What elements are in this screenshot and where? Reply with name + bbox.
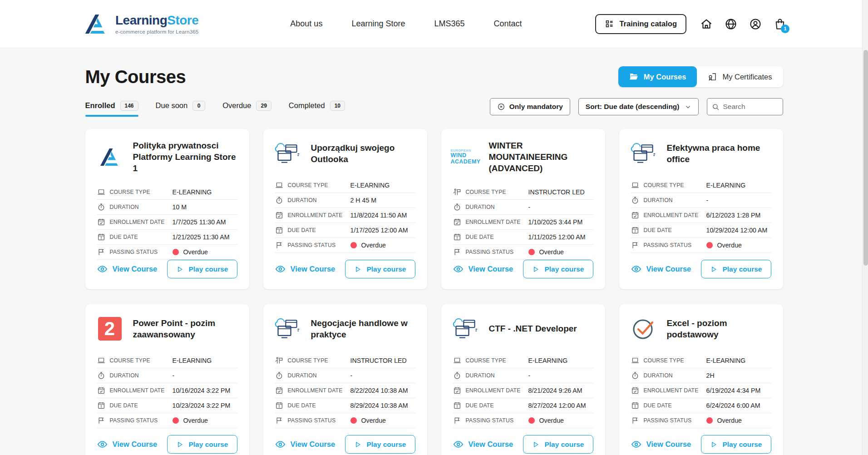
calendar-check-icon	[631, 386, 639, 395]
cloud-monitors	[453, 316, 478, 341]
flag-icon	[453, 416, 461, 425]
nav-item-contact[interactable]: Contact	[494, 19, 522, 29]
catalog-grid-icon	[605, 19, 614, 29]
course-card: CTF - .NET Developer COURSE TYPE E-LEARN…	[441, 304, 605, 455]
flag-icon	[631, 241, 639, 249]
play-course-button[interactable]: Play course	[523, 260, 593, 278]
view-course-link[interactable]: View Course	[631, 264, 691, 274]
passing-status-row: PASSING STATUS Overdue	[453, 413, 593, 428]
play-course-button[interactable]: Play course	[345, 260, 415, 278]
view-course-link[interactable]: View Course	[275, 439, 335, 450]
laptop-icon	[453, 356, 461, 365]
eye-icon	[275, 439, 286, 450]
tab-overdue[interactable]: Overdue 29	[222, 101, 271, 117]
play-icon	[354, 266, 361, 273]
view-course-link[interactable]: View Course	[453, 264, 513, 274]
nav-item-learning-store[interactable]: Learning Store	[351, 19, 405, 29]
timer-icon	[631, 371, 639, 380]
enrolled-count-badge: 146	[120, 101, 138, 111]
logo-wordmark: LearningStore	[115, 13, 198, 28]
passing-status-row: PASSING STATUS Overdue	[97, 245, 237, 260]
tab-enrolled[interactable]: Enrolled 146	[85, 101, 138, 117]
course-type-row: COURSE TYPE INSTRUCTOR LED	[453, 185, 593, 200]
due-date-row: DUE DATE 6/24/2024 6:00 AM	[631, 398, 771, 413]
play-course-button[interactable]: Play course	[345, 435, 415, 454]
course-card: 2 Power Point - pozim zaawansowany COURS…	[85, 304, 249, 455]
course-title: Power Point - pozim zaawansowany	[133, 317, 237, 340]
account-icon[interactable]	[749, 18, 762, 30]
passing-status-row: PASSING STATUS Overdue	[631, 413, 771, 428]
play-course-button[interactable]: Play course	[701, 260, 771, 278]
globe-icon[interactable]	[725, 18, 737, 30]
eye-icon	[275, 264, 286, 274]
duration-row: DURATION 2H	[631, 368, 771, 383]
my-courses-page: My Courses My Courses My Certificates En…	[85, 48, 783, 455]
view-course-link[interactable]: View Course	[631, 439, 691, 450]
calendar-exclamation-icon	[631, 226, 639, 234]
due-date-row: DUE DATE 1/11/2025 12:00 AM	[453, 230, 593, 245]
passing-status-row: PASSING STATUS Overdue	[275, 238, 415, 253]
learningstore-logo[interactable]: LearningStore e-commerce platform for Le…	[82, 10, 198, 38]
cart-count-badge: 1	[781, 25, 789, 33]
passing-status-row: PASSING STATUS Overdue	[97, 413, 237, 428]
tab-due-soon[interactable]: Due soon 0	[156, 101, 206, 117]
play-course-button[interactable]: Play course	[167, 435, 237, 454]
course-title: WINTER MOUNTAINEERING (ADVANCED)	[489, 140, 593, 174]
calendar-exclamation-icon	[453, 233, 461, 241]
search-input[interactable]	[723, 103, 778, 111]
cart-button[interactable]: 1	[774, 18, 786, 30]
learningstore-logo-icon	[82, 10, 110, 38]
eye-icon	[631, 264, 641, 274]
status-overdue-dot	[173, 417, 179, 424]
course-card: Excel - poziom podstawowy COURSE TYPE E-…	[619, 304, 783, 455]
nav-item-about-us[interactable]: About us	[290, 19, 322, 29]
timer-icon	[275, 371, 283, 380]
sort-dropdown[interactable]: Sort: Due date (descending)	[578, 98, 699, 115]
top-navigation-bar: LearningStore e-commerce platform for Le…	[0, 0, 868, 48]
nav-item-lms365[interactable]: LMS365	[434, 19, 464, 29]
timer-icon	[631, 196, 639, 204]
tab-completed[interactable]: Completed 10	[289, 101, 345, 117]
due-soon-count-badge: 0	[192, 101, 205, 111]
play-icon	[176, 266, 183, 273]
training-catalog-button[interactable]: Training catalog	[595, 14, 686, 34]
view-course-link[interactable]: View Course	[97, 439, 158, 450]
flag-icon	[97, 416, 105, 425]
status-overdue-dot	[706, 242, 713, 248]
laptop-icon	[275, 181, 283, 189]
course-type-row: COURSE TYPE E-LEARNING	[275, 178, 415, 193]
folder-icon	[629, 72, 638, 81]
flag-icon	[97, 248, 105, 256]
enrollment-date-row: ENROLLMENT DATE 6/12/2023 1:28 PM	[631, 208, 771, 223]
play-course-button[interactable]: Play course	[523, 435, 593, 454]
play-course-button[interactable]: Play course	[701, 435, 771, 454]
duration-row: DURATION -	[453, 200, 593, 215]
search-icon	[712, 103, 720, 111]
flag-icon	[275, 241, 283, 249]
calendar-check-icon	[275, 386, 283, 395]
view-course-link[interactable]: View Course	[275, 264, 335, 274]
only-mandatory-button[interactable]: Only mandatory	[490, 98, 570, 115]
instructor-icon	[453, 188, 461, 196]
my-courses-toggle[interactable]: My Courses	[618, 66, 697, 87]
play-icon	[532, 266, 539, 273]
scrollbar-thumb[interactable]	[863, 50, 868, 266]
cloud-monitors	[631, 141, 656, 166]
play-course-button[interactable]: Play course	[167, 260, 237, 278]
flag-icon	[631, 416, 639, 425]
my-certificates-toggle[interactable]: My Certificates	[697, 66, 783, 87]
view-course-link[interactable]: View Course	[453, 439, 513, 450]
eye-icon	[97, 439, 108, 450]
cloud-monitors	[275, 316, 301, 341]
status-overdue-dot	[350, 417, 357, 424]
course-title: Negocjacje handlowe w praktyce	[311, 317, 415, 340]
home-icon[interactable]	[700, 18, 713, 30]
timer-icon	[453, 203, 461, 211]
certificate-icon	[708, 72, 717, 81]
due-date-row: DUE DATE 1/17/2025 12:00 AM	[275, 223, 415, 238]
powerpoint-2-logo: 2	[97, 316, 123, 341]
flag-icon	[275, 416, 283, 425]
completed-count-badge: 10	[330, 101, 345, 111]
view-course-link[interactable]: View Course	[97, 264, 158, 274]
scrollbar	[862, 0, 868, 455]
